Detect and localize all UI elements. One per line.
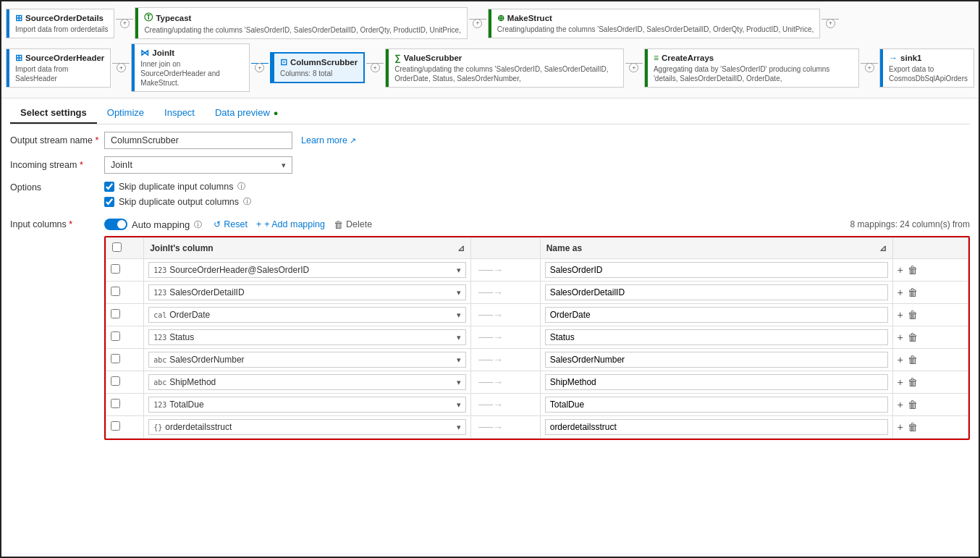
type-badge: abc [153,356,166,364]
col-dropdown[interactable]: cal OrderDate ▾ [148,307,466,323]
tab-inspect[interactable]: Inspect [154,103,205,124]
name-input[interactable] [545,284,888,300]
add-connector-btn[interactable]: + [473,19,482,28]
table-row: abc SalesOrderNumber ▾ ──→ + 🗑 [106,349,968,371]
reset-button[interactable]: ↺ Reset [214,219,248,229]
add-connector-btn[interactable]: + [629,63,638,72]
add-connector-btn[interactable]: + [120,19,130,28]
skip-duplicate-input-checkbox[interactable] [104,182,114,192]
tab-select-settings[interactable]: Select settings [10,103,97,124]
row-add-button[interactable]: + [897,354,903,365]
row-checkbox[interactable] [111,287,120,296]
select-all-checkbox[interactable] [112,242,122,252]
node-createarrays[interactable]: ≡ CreateArrays Aggregating data by 'Sale… [644,48,859,88]
row-delete-button[interactable]: 🗑 [908,421,918,433]
action-buttons: + 🗑 [897,331,963,343]
info-icon-2[interactable]: ⓘ [243,196,251,207]
row-delete-button[interactable]: 🗑 [908,309,918,321]
required-marker-3: * [69,219,72,229]
learn-more-link[interactable]: Learn more ↗ [301,135,356,145]
node-desc: Columns: 8 total [280,69,358,78]
mapping-table: JoinIt's column ⊿ Name as ⊿ [106,237,968,439]
info-icon-1[interactable]: ⓘ [237,181,245,192]
add-connector-btn[interactable]: + [371,63,380,72]
tab-data-preview[interactable]: Data preview ● [205,103,289,124]
node-source-order-details[interactable]: ⊞ SourceOrderDetails Import data from or… [6,9,114,38]
col-value: SalesOrderDetailID [169,287,244,297]
tab-optimize[interactable]: Optimize [97,103,154,124]
row-col-cell: 123 Status ▾ [144,326,471,349]
row-checkbox[interactable] [111,354,120,363]
row-delete-button[interactable]: 🗑 [908,287,918,298]
col-value: orderdetailsstruct [165,422,232,432]
row-checkbox[interactable] [111,376,120,386]
row-delete-button[interactable]: 🗑 [908,331,918,343]
row-add-button[interactable]: + [897,399,903,410]
name-input[interactable] [545,307,888,323]
node-joinit[interactable]: ⋈ JoinIt Inner join on SourceOrderHeader… [131,43,250,92]
row-checkbox[interactable] [111,309,120,318]
row-action-cell: + 🗑 [892,371,968,394]
skip-duplicate-output-checkbox[interactable] [104,197,114,207]
row-add-button[interactable]: + [897,264,903,276]
name-input[interactable] [545,397,888,413]
name-input[interactable] [545,329,888,345]
node-sink1[interactable]: → sink1 Export data to CosmosDbSqlApiOrd… [879,48,974,88]
pipeline-area: ⊞ SourceOrderDetails Import data from or… [1,1,979,98]
filter-icon-1[interactable]: ⊿ [457,243,465,253]
add-connector-btn[interactable]: + [255,63,264,72]
node-makestruct[interactable]: ⊕ MakeStruct Creating/updating the colum… [488,9,820,38]
col-dropdown[interactable]: 123 TotalDue ▾ [148,397,466,413]
arrow-right-icon: ──→ [478,264,503,276]
auto-mapping-info-icon[interactable]: ⓘ [194,219,202,230]
name-input[interactable] [545,262,888,278]
typecast-icon: Ⓣ [144,12,153,24]
col-dropdown[interactable]: 123 SourceOrderHeader@SalesOrderID ▾ [148,262,466,278]
row-add-button[interactable]: + [897,309,903,321]
type-badge: abc [153,379,166,386]
row-add-button[interactable]: + [897,421,903,433]
node-accent [135,8,138,38]
name-input[interactable] [545,374,888,390]
auto-mapping-toggle[interactable] [104,219,127,230]
arrow-line: ──→ [476,376,535,388]
name-input[interactable] [545,352,888,368]
row-action-cell: + 🗑 [892,349,968,371]
row-add-button[interactable]: + [897,331,903,343]
add-connector-btn[interactable]: + [865,63,874,72]
row-add-button[interactable]: + [897,287,903,298]
row-delete-button[interactable]: 🗑 [908,264,918,276]
output-stream-input[interactable] [104,132,292,149]
row-delete-button[interactable]: 🗑 [908,354,918,365]
col-dropdown[interactable]: 123 Status ▾ [148,329,466,345]
col-dropdown[interactable]: {} orderdetailsstruct ▾ [148,419,466,435]
row-name-cell [540,282,892,304]
add-connector-btn[interactable]: + [117,63,126,72]
col-dropdown[interactable]: 123 SalesOrderDetailID ▾ [148,284,466,300]
node-desc: Aggregating data by 'SalesOrderID' produ… [654,64,853,83]
node-typecast[interactable]: Ⓣ Typecast Creating/updating the columns… [135,7,467,39]
name-input[interactable] [545,419,888,435]
col-dropdown[interactable]: abc ShipMethod ▾ [148,374,466,390]
auto-mapping-label: Auto mapping [132,219,190,230]
dropdown-chevron: ▾ [457,288,461,297]
node-columnscrubber[interactable]: ⊡ ColumnScrubber Columns: 8 total [270,52,365,83]
node-valuescrubber[interactable]: ∑ ValueScrubber Creating/updating the co… [385,48,624,88]
col-dropdown[interactable]: abc SalesOrderNumber ▾ [148,352,466,368]
struct-icon: ⊕ [497,13,504,23]
sink-icon: → [889,53,897,63]
add-connector-btn[interactable]: + [826,19,835,28]
add-mapping-button[interactable]: + + Add mapping [256,219,325,229]
row-checkbox[interactable] [111,421,120,431]
row-checkbox[interactable] [111,264,120,274]
row-checkbox[interactable] [111,399,120,408]
incoming-stream-select[interactable]: JoinIt ▾ [104,156,292,174]
connector-7: + [625,63,643,72]
row-delete-button[interactable]: 🗑 [908,376,918,388]
row-checkbox[interactable] [111,331,120,341]
row-add-button[interactable]: + [897,376,903,388]
node-source-order-header[interactable]: ⊞ SourceOrderHeader Import data from Sal… [6,48,111,88]
delete-button[interactable]: 🗑 Delete [334,219,372,230]
row-delete-button[interactable]: 🗑 [908,399,918,410]
filter-icon-2[interactable]: ⊿ [879,243,887,253]
